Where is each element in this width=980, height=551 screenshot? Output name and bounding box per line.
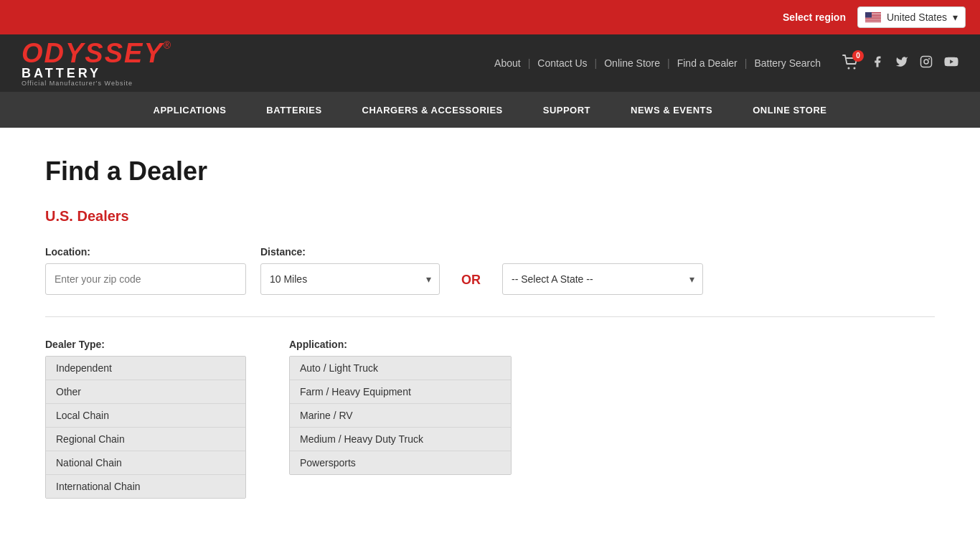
- application-group: Application: Auto / Light Truck Farm / H…: [289, 339, 512, 499]
- top-bar: Select region United States ▾: [0, 0, 980, 34]
- svg-rect-7: [865, 18, 881, 19]
- list-item[interactable]: Farm / Heavy Equipment: [290, 380, 511, 404]
- distance-group: Distance: 5 Miles 10 Miles 25 Miles 50 M…: [260, 246, 440, 295]
- header: ODYSSEY® BATTERY Official Manufacturer's…: [0, 34, 980, 92]
- logo-tagline: Official Manufacturer's Website: [22, 80, 133, 87]
- nav-find-dealer[interactable]: Find a Dealer: [670, 57, 745, 69]
- location-group: Location:: [45, 246, 246, 295]
- main-nav: APPLICATIONS BATTERIES CHARGERS & ACCESS…: [0, 92, 980, 128]
- nav-applications[interactable]: APPLICATIONS: [133, 92, 247, 128]
- nav-support[interactable]: SUPPORT: [523, 92, 611, 128]
- svg-rect-10: [865, 20, 881, 21]
- main-content: Find a Dealer U.S. Dealers Location: Dis…: [17, 128, 963, 542]
- logo-registered: ®: [164, 39, 171, 51]
- svg-point-17: [924, 60, 928, 64]
- page-title: Find a Dealer: [45, 156, 935, 187]
- svg-rect-12: [865, 22, 881, 22]
- dealer-type-label: Dealer Type:: [45, 339, 246, 350]
- youtube-icon[interactable]: [944, 56, 958, 71]
- zip-code-input[interactable]: [45, 263, 246, 295]
- filter-row: Dealer Type: Independent Other Local Cha…: [45, 339, 935, 499]
- logo[interactable]: ODYSSEY® BATTERY Official Manufacturer's…: [22, 39, 171, 87]
- svg-rect-11: [865, 21, 881, 22]
- svg-point-14: [848, 67, 850, 69]
- cart-badge: 0: [852, 50, 864, 62]
- svg-point-18: [929, 58, 930, 59]
- region-selector[interactable]: United States ▾: [857, 6, 966, 28]
- location-label: Location:: [45, 246, 246, 258]
- region-chevron-icon: ▾: [953, 11, 958, 23]
- twitter-icon[interactable]: [895, 55, 908, 72]
- list-item[interactable]: Independent: [46, 357, 245, 380]
- application-label: Application:: [289, 339, 512, 350]
- logo-odyssey-text: ODYSSEY: [22, 39, 164, 67]
- list-item[interactable]: Regional Chain: [46, 428, 245, 451]
- nav-online-store[interactable]: Online Store: [597, 57, 667, 69]
- svg-rect-16: [921, 56, 932, 67]
- facebook-icon[interactable]: [871, 55, 884, 72]
- header-nav: About | Contact Us | Online Store | Find…: [487, 57, 828, 69]
- nav-news[interactable]: NEWS & EVENTS: [611, 92, 732, 128]
- nav-about[interactable]: About: [487, 57, 528, 69]
- distance-select-wrap: 5 Miles 10 Miles 25 Miles 50 Miles 100 M…: [260, 263, 440, 295]
- search-form-row: Location: Distance: 5 Miles 10 Miles 25 …: [45, 242, 935, 295]
- divider: [45, 316, 935, 317]
- list-item[interactable]: Medium / Heavy Duty Truck: [290, 428, 511, 451]
- cart-icon-wrap[interactable]: 0: [842, 55, 859, 72]
- distance-label: Distance:: [260, 246, 440, 258]
- dealer-type-group: Dealer Type: Independent Other Local Cha…: [45, 339, 246, 499]
- list-item[interactable]: International Chain: [46, 475, 245, 498]
- select-region-label: Select region: [783, 11, 846, 23]
- list-item[interactable]: Marine / RV: [290, 404, 511, 428]
- application-listbox[interactable]: Auto / Light Truck Farm / Heavy Equipmen…: [289, 356, 512, 475]
- header-icons: 0: [842, 55, 958, 72]
- state-select[interactable]: -- Select A State -- Alabama Alaska Ariz…: [502, 263, 703, 295]
- nav-contact[interactable]: Contact Us: [530, 57, 594, 69]
- svg-rect-13: [865, 12, 872, 18]
- logo-battery-text: BATTERY: [22, 67, 101, 80]
- list-item[interactable]: Powersports: [290, 451, 511, 474]
- section-title: U.S. Dealers: [45, 208, 935, 225]
- instagram-icon[interactable]: [920, 55, 933, 72]
- list-item[interactable]: Local Chain: [46, 404, 245, 428]
- nav-batteries[interactable]: BATTERIES: [246, 92, 341, 128]
- nav-battery-search[interactable]: Battery Search: [747, 57, 828, 69]
- state-select-wrap: -- Select A State -- Alabama Alaska Ariz…: [502, 263, 703, 295]
- dealer-type-listbox[interactable]: Independent Other Local Chain Regional C…: [45, 356, 246, 499]
- distance-select[interactable]: 5 Miles 10 Miles 25 Miles 50 Miles 100 M…: [260, 263, 440, 295]
- state-group: -- Select A State -- Alabama Alaska Ariz…: [502, 242, 703, 295]
- nav-chargers[interactable]: CHARGERS & ACCESSORIES: [342, 92, 523, 128]
- region-text: United States: [887, 11, 947, 23]
- list-item[interactable]: Auto / Light Truck: [290, 357, 511, 380]
- or-label: OR: [454, 273, 488, 295]
- svg-rect-9: [865, 19, 881, 20]
- nav-online-store-main[interactable]: ONLINE STORE: [732, 92, 847, 128]
- svg-rect-8: [865, 19, 881, 19]
- svg-point-15: [854, 67, 856, 69]
- list-item[interactable]: Other: [46, 380, 245, 404]
- list-item[interactable]: National Chain: [46, 451, 245, 475]
- us-flag-icon: [865, 12, 881, 22]
